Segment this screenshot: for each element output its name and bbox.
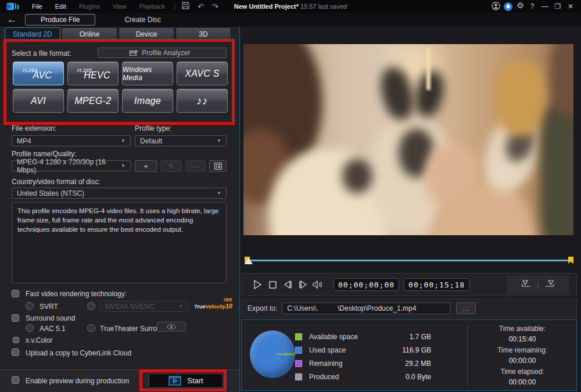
preview-timeline[interactable] <box>243 256 573 265</box>
chevron-down-icon: ▼ <box>121 163 125 168</box>
user-account-icon[interactable] <box>492 2 500 12</box>
mark-out-button[interactable] <box>543 279 555 290</box>
legend-color-available <box>295 333 302 340</box>
profile-description: This profile encodes MPEG-4 video files.… <box>12 202 227 283</box>
enable-preview-checkbox[interactable] <box>12 376 19 384</box>
video-shape <box>550 44 573 117</box>
window-maximize-icon[interactable]: ❒ <box>553 2 562 10</box>
app-logo-icon <box>6 2 21 11</box>
truetheater-settings-button[interactable] <box>157 322 186 332</box>
svrt-radio[interactable] <box>26 302 34 310</box>
xvcolor-label: x.v.Color <box>26 336 52 344</box>
format-xavc-s[interactable]: XAVC S <box>177 62 228 85</box>
profile-name-label: Profile name/Quality: <box>12 150 76 158</box>
redo-icon[interactable]: ↷ <box>212 2 218 11</box>
next-frame-button[interactable] <box>295 277 310 292</box>
enable-preview-label: Enable preview during production <box>26 377 129 385</box>
help-icon[interactable]: ? <box>528 2 537 10</box>
mark-separator: | <box>537 281 539 288</box>
nav-row: ← Produce File Create Disc <box>0 13 581 27</box>
back-arrow-icon[interactable]: ← <box>7 14 17 26</box>
file-extension-dropdown[interactable]: MP4▼ <box>12 135 131 146</box>
remove-profile-button[interactable]: — <box>186 160 206 172</box>
fast-render-label: Fast video rendering technology: <box>26 290 127 298</box>
start-button[interactable]: Start <box>149 373 223 388</box>
video-preview <box>243 44 573 235</box>
video-shape <box>342 159 372 193</box>
format-avi[interactable]: AVI <box>13 89 64 113</box>
timecode-current[interactable]: 00;00;00;00 <box>333 278 399 291</box>
undo-icon[interactable]: ↶ <box>198 2 204 11</box>
tab-create-disc[interactable]: Create Disc <box>119 15 167 25</box>
aac51-radio[interactable] <box>26 324 34 332</box>
time-elapsed-label: Time elapsed: <box>473 368 572 376</box>
start-produce-icon <box>168 376 181 386</box>
fast-render-checkbox[interactable] <box>12 290 19 297</box>
format-mpeg2[interactable]: MPEG-2 <box>67 89 119 113</box>
tab-3d[interactable]: 3D <box>175 27 231 41</box>
titlebar: File Edit Plugins View Playback | ↶ ↷ Ne… <box>0 0 581 13</box>
truetheater-radio[interactable] <box>87 324 95 332</box>
format-audio[interactable]: ♪♪ <box>177 89 228 113</box>
hardware-encoder-dropdown[interactable]: NVIDIA NVENC▼ <box>100 301 188 312</box>
format-category-tabs: Standard 2D Online Device 3D <box>5 27 231 41</box>
export-to-label: Export to: <box>248 304 277 312</box>
format-h264-avc[interactable]: H.264 AVC <box>13 62 64 85</box>
export-path-field[interactable]: C:\Users\. \Desktop\Produce_1.mp4 <box>282 303 450 314</box>
browse-button[interactable]: ... <box>456 303 476 314</box>
profile-type-dropdown[interactable]: Default▼ <box>135 135 227 146</box>
time-elapsed-value: 00:00:00 <box>473 378 572 386</box>
chevron-down-icon: ▼ <box>121 138 125 143</box>
timeline-track[interactable] <box>247 260 570 261</box>
window-minimize-icon[interactable]: — <box>540 2 550 10</box>
add-profile-button[interactable]: + <box>135 160 157 172</box>
video-shape <box>494 59 547 136</box>
file-extension-label: File extension: <box>12 124 56 132</box>
format-windows-media[interactable]: Windows Media <box>122 62 173 85</box>
notification-bell-icon[interactable] <box>504 2 512 11</box>
chevron-down-icon: ▼ <box>217 190 221 196</box>
tab-produce-file[interactable]: Produce File <box>25 14 95 26</box>
volume-button[interactable] <box>310 277 325 292</box>
tab-device[interactable]: Device <box>119 27 174 41</box>
profile-details-button[interactable] <box>209 160 227 172</box>
menu-edit[interactable]: Edit <box>49 3 73 10</box>
time-available-label: Time available: <box>473 325 572 333</box>
edit-profile-button[interactable]: ✎ <box>161 160 182 172</box>
mark-range-group: | <box>507 275 569 294</box>
upload-cloud-checkbox[interactable] <box>12 348 19 356</box>
truevelocity-logo: »»» TrueVelocity10 <box>192 296 232 310</box>
video-shape <box>426 48 431 90</box>
timecode-total: 00;00;15;18 <box>404 278 469 291</box>
surround-sound-checkbox[interactable] <box>12 314 19 322</box>
tab-standard-2d[interactable]: Standard 2D <box>5 27 60 41</box>
time-available-value: 00:15:40 <box>473 335 572 343</box>
upload-cloud-label: Upload a copy to CyberLink Cloud <box>26 349 131 357</box>
save-icon[interactable] <box>182 2 189 11</box>
tab-online[interactable]: Online <box>62 27 117 41</box>
timeline-playhead[interactable] <box>245 258 253 264</box>
window-close-icon[interactable]: ✕ <box>566 2 575 10</box>
video-shape <box>540 102 573 235</box>
settings-gear-icon[interactable] <box>516 2 524 11</box>
play-button[interactable] <box>250 277 265 292</box>
country-format-dropdown[interactable]: United States (NTSC)▼ <box>12 188 227 199</box>
stop-button[interactable] <box>265 277 280 292</box>
xvcolor-checkbox[interactable] <box>13 337 19 343</box>
menu-view[interactable]: View <box>106 3 133 10</box>
format-h265-hevc[interactable]: H.265 HEVC <box>67 62 119 85</box>
playback-controls-bar: 00;00;00;00 00;00;15;18 | <box>241 273 577 296</box>
menu-file[interactable]: File <box>26 3 49 10</box>
profile-name-dropdown[interactable]: MPEG-4 1280 x 720/30p (16 Mbps)▼ <box>12 160 131 171</box>
nvenc-radio[interactable] <box>87 302 95 310</box>
country-format-label: Country/video format of disc: <box>12 178 101 186</box>
menu-plugins[interactable]: Plugins <box>73 3 106 10</box>
mark-out-flag[interactable] <box>568 257 573 264</box>
format-image[interactable]: Image <box>122 89 173 113</box>
produce-left-panel: Standard 2D Online Device 3D Select a fi… <box>0 27 239 392</box>
mark-in-button[interactable] <box>521 279 533 290</box>
legend-remaining: Remaining 29.2 MB <box>295 359 431 368</box>
menu-playback[interactable]: Playback <box>132 3 171 10</box>
previous-frame-button[interactable] <box>280 277 295 292</box>
profile-analyzer-button[interactable]: Profile Analyzer <box>98 48 227 58</box>
